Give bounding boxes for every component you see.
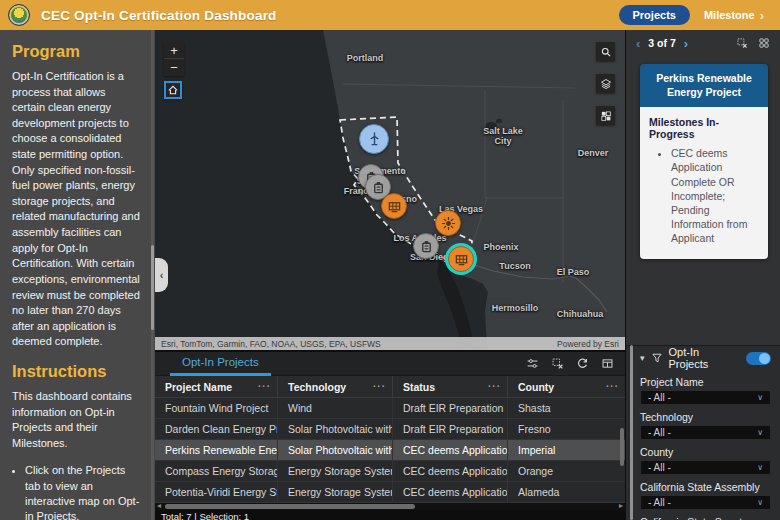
column-header[interactable]: County··· [508,376,625,397]
disclosure-triangle-icon[interactable]: ▾ [640,353,645,363]
layers-button[interactable] [596,74,615,93]
table-cell: Fresno [508,419,625,439]
chevron-down-icon: ∨ [757,393,763,402]
solar-panel-marker[interactable] [381,193,407,219]
filter-panel: ▾ Opt-In Projects Project Name- All -∨Te… [626,345,780,520]
filter-header: ▾ Opt-In Projects [640,346,771,370]
toggle-knob [759,353,770,364]
previous-feature-icon[interactable]: ‹ [636,36,640,51]
project-detail-card[interactable]: Perkins Renewable Energy Project Milesto… [640,64,768,259]
hscroll-left-arrow-icon[interactable]: ◂ [157,502,161,510]
solar-sun-marker[interactable] [435,210,461,236]
column-header[interactable]: Status··· [393,376,508,397]
refresh-button[interactable] [572,355,592,373]
map-search-button[interactable] [596,42,615,61]
column-menu-icon[interactable]: ··· [488,381,501,392]
table-cell: Energy Storage System [278,461,393,481]
battery-storage-marker[interactable] [413,233,439,259]
table-horizontal-scrollbar[interactable]: ◂ ▸ [155,503,625,510]
solar-panel-marker[interactable] [448,246,474,272]
refresh-icon [576,357,589,370]
gallery-view-button[interactable] [756,35,772,51]
table-row[interactable]: Potentia-Viridi Energy Stor...Energy Sto… [155,482,625,503]
table-vscroll-thumb[interactable] [620,428,624,466]
pagination-label: 3 of 7 [648,37,675,49]
table-toolbar [522,355,625,373]
tab-milestone[interactable]: Milestone › [704,8,764,23]
program-heading: Program [12,42,141,61]
chevron-down-icon: ∨ [757,498,763,507]
table-row[interactable]: Perkins Renewable Energy...Solar Photovo… [155,440,625,461]
table-header-row: Project Name···Technology···Status···Cou… [155,376,625,398]
tab-opt-in-projects[interactable]: Opt-In Projects [170,352,271,376]
column-header[interactable]: Project Name··· [155,376,278,397]
table-cell: CEC deems Application C... [393,440,508,460]
table-actions-icon [601,357,614,370]
table-cell: Solar Photovoltaic with ESS [278,440,393,460]
table-cell: Imperial [508,440,625,460]
filter-field-label: Project Name [640,376,771,388]
column-menu-icon[interactable]: ··· [606,381,619,392]
table-row[interactable]: Darden Clean Energy Proj...Solar Photovo… [155,419,625,440]
selected-value: - All - [648,462,671,473]
hscroll-right-arrow-icon[interactable]: ▸ [619,502,623,510]
chevron-right-icon: › [760,8,764,23]
table-cell: Darden Clean Energy Proj... [155,419,278,439]
column-menu-icon[interactable]: ··· [373,381,386,392]
table-cell: Wind [278,398,393,418]
home-icon [167,84,179,96]
table-cell: Solar Photovoltaic with ESS [278,419,393,439]
project-card-title: Perkins Renewable Energy Project [640,64,768,107]
filter-select-technology[interactable]: - All -∨ [640,425,771,440]
projects-table-panel: Opt-In Projects [155,352,625,520]
sidebar-scrollbar[interactable] [151,30,154,520]
info-sidebar: Program Opt-In Certification is a proces… [0,30,155,520]
wind-turbine-marker[interactable] [359,124,389,154]
milestones-heading: Milestones In-Progress [649,116,759,140]
table-actions-button[interactable] [597,355,617,373]
table-row[interactable]: Fountain Wind ProjectWindDraft EIR Prepa… [155,398,625,419]
basemap-gallery-button[interactable] [596,106,615,125]
filter-fields: Project Name- All -∨Technology- All -∨Co… [640,376,771,520]
field-options-button[interactable] [522,355,542,373]
clear-feature-selection-button[interactable] [734,35,750,51]
filter-field-label: California State Assembly [640,481,771,493]
filter-select-california-state-assembly[interactable]: - All -∨ [640,495,771,510]
cec-seal-logo [8,4,30,26]
dashboard-app: CEC Opt-In Certification Dashboard Proje… [0,0,780,520]
page-title: CEC Opt-In Certification Dashboard [41,8,277,23]
tab-projects[interactable]: Projects [619,5,690,25]
table-vertical-scrollbar[interactable] [620,400,624,500]
table-cell: Perkins Renewable Energy... [155,440,278,460]
column-menu-icon[interactable]: ··· [258,381,271,392]
funnel-icon [651,352,663,364]
zoom-in-button[interactable]: + [164,42,184,59]
sidebar-scrollbar-thumb[interactable] [151,245,154,330]
zoom-out-button[interactable]: − [164,59,184,76]
column-header[interactable]: Technology··· [278,376,393,397]
filter-select-project-name[interactable]: - All -∨ [640,390,771,405]
clear-selection-icon [551,357,564,370]
table-cell: Fountain Wind Project [155,398,278,418]
right-panel-scrollbar-thumb[interactable] [630,345,633,520]
next-feature-icon[interactable]: › [684,36,688,51]
filter-select-county[interactable]: - All -∨ [640,460,771,475]
table-cell: Shasta [508,398,625,418]
table-row[interactable]: Compass Energy Storage ...Energy Storage… [155,461,625,482]
program-text: Opt-In Certification is a process that a… [12,69,141,350]
table-cell: Alameda [508,482,625,502]
projects-map[interactable]: PortlandSalt Lake CityDenverSacramentoSa… [155,30,625,352]
table-cell: Compass Energy Storage ... [155,461,278,481]
home-button[interactable] [164,81,182,99]
attribution-sources: Esri, TomTom, Garmin, FAO, NOAA, USGS, E… [161,339,381,349]
table-hscroll-thumb[interactable] [165,504,415,509]
instruction-item: Click on the Projects tab to view an int… [25,463,141,520]
feature-pagination: ‹ 3 of 7 › [626,32,780,54]
sidebar-collapse-handle[interactable]: ‹ [155,258,168,292]
filter-toggle[interactable] [746,352,771,365]
details-panel: ‹ 3 of 7 › Perkins Renewab [625,30,780,520]
instructions-list: Click on the Projects tab to view an int… [25,463,141,520]
milestones-list: CEC deems Application Complete OR Incomp… [671,146,759,245]
clear-selection-button[interactable] [547,355,567,373]
table-cell: Draft EIR Preparation [393,419,508,439]
